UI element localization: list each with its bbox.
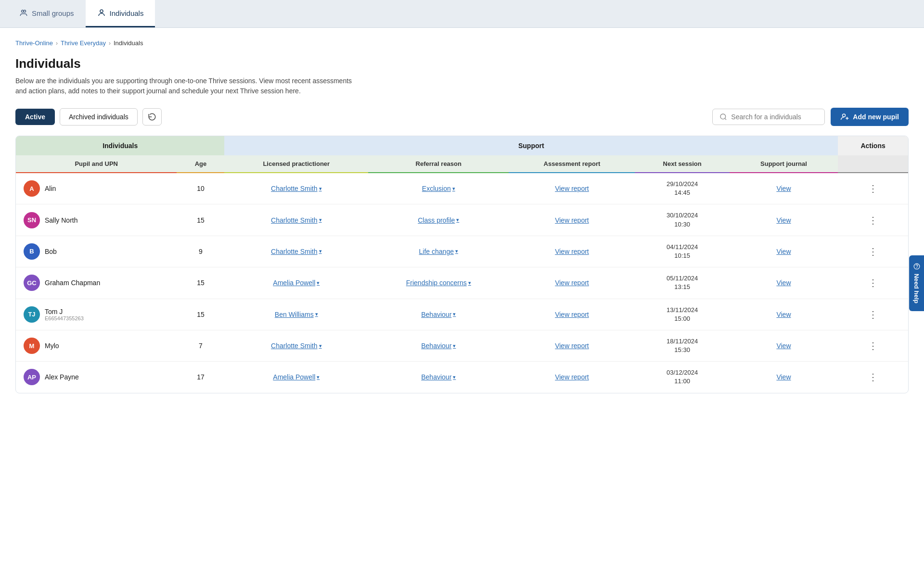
- pupil-cell-3: GC Graham Chapman: [16, 267, 177, 299]
- referral-cell-2: Life change ▾: [368, 236, 509, 267]
- session-cell-6: 03/12/202411:00: [635, 362, 729, 393]
- assessment-link-0[interactable]: View report: [555, 185, 589, 192]
- search-icon: [719, 113, 727, 121]
- practitioner-cell-5: Charlotte Smith ▾: [224, 330, 368, 361]
- breadcrumb-current: Individuals: [114, 39, 143, 47]
- pupil-cell-0: A Alin: [16, 173, 177, 204]
- chevron-icon-4: ▾: [315, 311, 318, 317]
- avatar-0: A: [24, 180, 40, 197]
- pupil-cell-6: AP Alex Payne: [16, 362, 177, 393]
- journal-cell-3: View: [730, 267, 838, 299]
- assessment-link-4[interactable]: View report: [555, 311, 589, 318]
- practitioner-button-1[interactable]: Charlotte Smith ▾: [271, 216, 321, 224]
- referral-cell-0: Exclusion ▾: [368, 173, 509, 204]
- toolbar-right: Add new pupil: [712, 108, 909, 126]
- journal-cell-6: View: [730, 362, 838, 393]
- journal-link-1[interactable]: View: [776, 216, 791, 224]
- pupil-cell-2: B Bob: [16, 236, 177, 267]
- journal-link-4[interactable]: View: [776, 311, 791, 318]
- practitioner-button-3[interactable]: Amelia Powell ▾: [273, 279, 320, 287]
- col-header-age: Age: [177, 155, 224, 173]
- referral-button-6[interactable]: Behaviour ▾: [421, 373, 456, 381]
- col-header-journal: Support journal: [730, 155, 838, 173]
- row-actions-button-5[interactable]: ⋮: [864, 338, 882, 353]
- row-actions-button-6[interactable]: ⋮: [864, 369, 882, 385]
- tab-individuals[interactable]: Individuals: [86, 0, 155, 27]
- breadcrumb-thrive-everyday[interactable]: Thrive Everyday: [61, 39, 106, 47]
- table-row: SN Sally North 15 Charlotte Smith ▾ Clas…: [16, 204, 908, 236]
- referral-button-4[interactable]: Behaviour ▾: [421, 311, 456, 318]
- avatar-3: GC: [24, 275, 40, 291]
- search-input[interactable]: [731, 113, 818, 121]
- journal-link-0[interactable]: View: [776, 185, 791, 192]
- assessment-cell-6: View report: [509, 362, 635, 393]
- practitioner-button-2[interactable]: Charlotte Smith ▾: [271, 248, 321, 255]
- col-header-actions: [838, 155, 908, 173]
- tab-bar: Small groups Individuals: [0, 0, 924, 28]
- age-cell-5: 7: [177, 330, 224, 361]
- referral-cell-1: Class profile ▾: [368, 204, 509, 236]
- chevron-icon-6: ▾: [317, 374, 320, 380]
- journal-link-5[interactable]: View: [776, 342, 791, 350]
- referral-button-3[interactable]: Friendship concerns ▾: [406, 279, 471, 287]
- breadcrumb: Thrive-Online › Thrive Everyday › Indivi…: [15, 39, 909, 47]
- svg-point-5: [843, 114, 846, 117]
- practitioner-button-5[interactable]: Charlotte Smith ▾: [271, 342, 321, 350]
- row-actions-button-2[interactable]: ⋮: [864, 244, 882, 259]
- referral-button-0[interactable]: Exclusion ▾: [422, 185, 455, 192]
- tab-small-groups[interactable]: Small groups: [8, 0, 86, 27]
- practitioner-button-6[interactable]: Amelia Powell ▾: [273, 373, 320, 381]
- pupil-name-6: Alex Payne: [45, 373, 79, 381]
- add-new-pupil-button[interactable]: Add new pupil: [831, 108, 909, 126]
- practitioner-cell-3: Amelia Powell ▾: [224, 267, 368, 299]
- practitioner-cell-6: Amelia Powell ▾: [224, 362, 368, 393]
- row-actions-button-4[interactable]: ⋮: [864, 307, 882, 322]
- chevron-referral-icon-5: ▾: [453, 343, 456, 349]
- practitioner-button-4[interactable]: Ben Williams ▾: [275, 311, 318, 318]
- svg-point-3: [720, 114, 726, 119]
- chevron-icon-3: ▾: [317, 280, 320, 286]
- refresh-icon: [148, 113, 156, 121]
- session-cell-2: 04/11/202410:15: [635, 236, 729, 267]
- active-button[interactable]: Active: [15, 109, 55, 125]
- age-cell-6: 17: [177, 362, 224, 393]
- actions-cell-4: ⋮: [838, 299, 908, 330]
- actions-cell-2: ⋮: [838, 236, 908, 267]
- individuals-icon: [97, 9, 106, 17]
- journal-cell-0: View: [730, 173, 838, 204]
- avatar-2: B: [24, 243, 40, 260]
- archived-individuals-button[interactable]: Archived individuals: [60, 108, 138, 126]
- assessment-cell-5: View report: [509, 330, 635, 361]
- col-header-session: Next session: [635, 155, 729, 173]
- breadcrumb-sep-2: ›: [109, 40, 111, 47]
- journal-link-3[interactable]: View: [776, 279, 791, 287]
- actions-cell-6: ⋮: [838, 362, 908, 393]
- col-header-practitioner: Licensed practictioner: [224, 155, 368, 173]
- assessment-link-5[interactable]: View report: [555, 342, 589, 350]
- journal-link-2[interactable]: View: [776, 248, 791, 255]
- assessment-link-2[interactable]: View report: [555, 248, 589, 255]
- row-actions-button-1[interactable]: ⋮: [864, 213, 882, 228]
- assessment-cell-3: View report: [509, 267, 635, 299]
- row-actions-button-3[interactable]: ⋮: [864, 275, 882, 290]
- assessment-cell-2: View report: [509, 236, 635, 267]
- assessment-link-6[interactable]: View report: [555, 373, 589, 381]
- referral-button-2[interactable]: Life change ▾: [419, 248, 458, 255]
- chevron-referral-icon-3: ▾: [468, 280, 471, 286]
- assessment-link-3[interactable]: View report: [555, 279, 589, 287]
- session-cell-4: 13/11/202415:00: [635, 299, 729, 330]
- practitioner-button-0[interactable]: Charlotte Smith ▾: [271, 185, 321, 192]
- avatar-4: TJ: [24, 306, 40, 323]
- breadcrumb-thrive-online[interactable]: Thrive-Online: [15, 39, 53, 47]
- refresh-button[interactable]: [142, 108, 162, 126]
- referral-button-1[interactable]: Class profile ▾: [418, 216, 459, 224]
- need-help-button[interactable]: Need help: [909, 255, 924, 311]
- referral-button-5[interactable]: Behaviour ▾: [421, 342, 456, 350]
- svg-point-2: [100, 10, 103, 13]
- referral-cell-5: Behaviour ▾: [368, 330, 509, 361]
- journal-link-6[interactable]: View: [776, 373, 791, 381]
- row-actions-button-0[interactable]: ⋮: [864, 181, 882, 196]
- assessment-link-1[interactable]: View report: [555, 216, 589, 224]
- age-cell-0: 10: [177, 173, 224, 204]
- svg-point-1: [24, 10, 26, 13]
